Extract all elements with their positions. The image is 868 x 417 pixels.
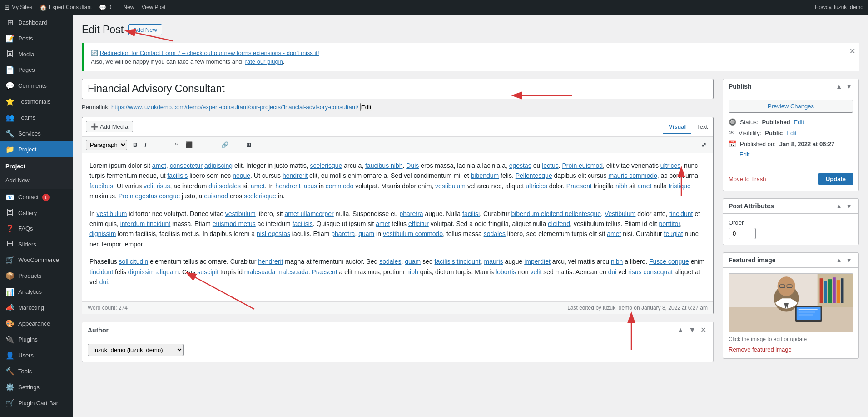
sidebar-item-teams[interactable]: 👥 Teams (0, 110, 73, 126)
view-post-link[interactable]: View Post (141, 4, 165, 10)
align-left-button[interactable]: ⬛ (182, 140, 196, 150)
faqs-link[interactable]: ❓ FAQs (0, 221, 73, 236)
sidebar-item-plugins[interactable]: 🔌 Plugins (0, 332, 73, 347)
featured-image-up[interactable]: ▲ (835, 256, 843, 264)
analytics-link[interactable]: 📊 Analytics (0, 284, 73, 300)
plugin-cart-bar-link[interactable]: 🛒 Plugin Cart Bar (0, 395, 73, 411)
site-name-item[interactable]: 🏠 Expert Consultant (40, 4, 92, 11)
new-link[interactable]: + New (119, 4, 134, 10)
publish-box-up[interactable]: ▲ (835, 83, 843, 90)
align-center-button[interactable]: ≡ (197, 140, 207, 150)
edit-permalink-button[interactable]: Edit (360, 103, 372, 111)
publish-box-down[interactable]: ▼ (845, 83, 853, 90)
sidebar-item-plugin-cart-bar[interactable]: 🛒 Plugin Cart Bar (0, 395, 73, 411)
add-new-button[interactable]: Add New (128, 24, 162, 35)
sidebar-item-woocommerce[interactable]: 🛒 WooCommerce (0, 252, 73, 268)
post-attributes-down[interactable]: ▼ (845, 202, 853, 210)
sidebar-item-settings[interactable]: ⚙️ Settings (0, 379, 73, 395)
comments-count-link[interactable]: 0 (108, 4, 111, 10)
users-link[interactable]: 👤 Users (0, 347, 73, 363)
tools-link[interactable]: 🔨 Tools (0, 363, 73, 379)
posts-link[interactable]: 📝 Posts (0, 30, 73, 46)
move-to-trash-link[interactable]: Move to Trash (729, 176, 766, 182)
gallery-link[interactable]: 🖼 Gallery (0, 205, 73, 221)
comments-item[interactable]: 💬 0 (99, 4, 111, 11)
sidebar-item-users[interactable]: 👤 Users (0, 347, 73, 363)
insert-link-button[interactable]: 🔗 (218, 140, 232, 150)
author-select[interactable]: luzuk_demo (luzuk_demo) (88, 344, 184, 356)
sidebar-item-testimonials[interactable]: ⭐ Testimonials (0, 94, 73, 110)
products-link[interactable]: 📦 Products (0, 268, 73, 284)
view-post-item[interactable]: View Post (141, 4, 165, 10)
preview-changes-button[interactable]: Preview Changes (729, 100, 853, 113)
edit-visibility-link[interactable]: Edit (786, 130, 796, 136)
paragraph-select[interactable]: Paragraph Heading 1 Heading 2 Heading 3 (86, 140, 127, 150)
teams-link[interactable]: 👥 Teams (0, 110, 73, 126)
submenu-add-new-item[interactable]: Add New (0, 173, 73, 187)
align-right-button[interactable]: ≡ (207, 140, 217, 150)
sliders-link[interactable]: 🎞 Sliders (0, 236, 73, 252)
author-box-close[interactable]: ✕ (699, 326, 708, 334)
my-sites-menu[interactable]: ⊞ My Sites (5, 4, 32, 11)
marketing-link[interactable]: 📣 Marketing (0, 300, 73, 316)
new-item[interactable]: + New (119, 4, 134, 10)
italic-button[interactable]: I (141, 140, 149, 150)
notice-dismiss-button[interactable]: ✕ (849, 47, 855, 55)
dashboard-link[interactable]: ⊞ Dashboard (0, 15, 73, 30)
visual-tab-button[interactable]: Visual (663, 121, 691, 134)
remove-featured-image-link[interactable]: Remove featured image (729, 346, 792, 353)
woocommerce-link[interactable]: 🛒 WooCommerce (0, 252, 73, 268)
author-box-collapse-down[interactable]: ▼ (687, 326, 697, 334)
sidebar-item-analytics[interactable]: 📊 Analytics (0, 284, 73, 300)
sidebar-item-tools[interactable]: 🔨 Tools (0, 363, 73, 379)
editor-content-area[interactable]: Lorem ipsum dolor sit amet, consectetur … (82, 153, 713, 301)
post-attributes-up[interactable]: ▲ (835, 202, 843, 210)
sidebar-item-faqs[interactable]: ❓ FAQs (0, 221, 73, 236)
expand-editor-button[interactable]: ⤢ (698, 140, 709, 150)
pages-link[interactable]: 📄 Pages (0, 62, 73, 78)
sidebar-item-comments[interactable]: 💬 Comments (0, 78, 73, 94)
my-sites-link[interactable]: My Sites (11, 4, 32, 10)
media-link[interactable]: 🖼 Media (0, 46, 73, 62)
plugins-link[interactable]: 🔌 Plugins (0, 332, 73, 347)
order-input[interactable] (729, 228, 756, 239)
sidebar-item-gallery[interactable]: 🖼 Gallery (0, 205, 73, 221)
text-tab-button[interactable]: Text (691, 121, 713, 134)
update-button[interactable]: Update (818, 173, 853, 185)
unordered-list-button[interactable]: ≡ (150, 140, 160, 150)
settings-link[interactable]: ⚙️ Settings (0, 379, 73, 395)
sidebar-item-pages[interactable]: 📄 Pages (0, 62, 73, 78)
more-button[interactable]: ≡ (233, 140, 243, 150)
testimonials-link[interactable]: ⭐ Testimonials (0, 94, 73, 110)
sidebar-item-products[interactable]: 📦 Products (0, 268, 73, 284)
add-media-button[interactable]: ➕ Add Media (86, 121, 133, 132)
sidebar-item-project[interactable]: 📁 Project Project Add New (0, 141, 73, 189)
bold-button[interactable]: B (130, 140, 140, 150)
featured-image-thumb[interactable] (729, 273, 853, 332)
project-link[interactable]: 📁 Project (0, 141, 73, 157)
notice-main-link[interactable]: Redirection for Contact Form 7 – check o… (100, 50, 319, 56)
sidebar-item-posts[interactable]: 📝 Posts (0, 30, 73, 46)
sidebar-item-media[interactable]: 🖼 Media (0, 46, 73, 62)
sidebar-item-contact[interactable]: 📧 Contact 1 (0, 189, 73, 205)
sidebar-item-sliders[interactable]: 🎞 Sliders (0, 236, 73, 252)
comments-link[interactable]: 💬 Comments (0, 78, 73, 94)
blockquote-button[interactable]: “ (172, 140, 181, 150)
submenu-project-item[interactable]: Project (0, 159, 73, 173)
sidebar-item-appearance[interactable]: 🎨 Appearance (0, 316, 73, 332)
edit-date-link[interactable]: Edit (739, 151, 749, 158)
author-box-header[interactable]: Author ▲ ▼ ✕ (82, 322, 713, 338)
contact-link[interactable]: 📧 Contact 1 (0, 189, 73, 205)
permalink-url-link[interactable]: https://www.luzukdemo.com/demo/expert-co… (111, 104, 358, 111)
appearance-link[interactable]: 🎨 Appearance (0, 316, 73, 332)
table-button[interactable]: ⊞ (243, 140, 254, 150)
sidebar-item-marketing[interactable]: 📣 Marketing (0, 300, 73, 316)
sidebar-item-dashboard[interactable]: ⊞ Dashboard (0, 15, 73, 30)
ordered-list-button[interactable]: ≡ (161, 140, 171, 150)
post-title-input[interactable] (82, 79, 714, 99)
sidebar-item-services[interactable]: 🔧 Services (0, 126, 73, 141)
featured-image-down[interactable]: ▼ (845, 256, 853, 264)
author-box-collapse-up[interactable]: ▲ (675, 326, 685, 334)
edit-status-link[interactable]: Edit (794, 119, 804, 126)
site-name-link[interactable]: Expert Consultant (49, 4, 92, 10)
